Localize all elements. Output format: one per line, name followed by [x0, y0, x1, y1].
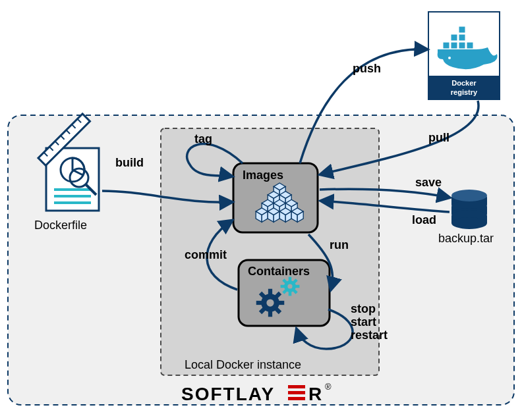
svg-point-42	[448, 57, 451, 59]
svg-point-26	[266, 299, 274, 306]
svg-rect-29	[256, 301, 262, 305]
containers-title: Containers	[248, 265, 310, 278]
svg-rect-37	[459, 42, 465, 49]
docker-registry-label-1: Docker	[451, 79, 477, 87]
docker-workflow-diagram: Local Docker instance Dockerfile Images	[0, 0, 522, 420]
save-label: save	[415, 176, 442, 189]
svg-rect-38	[467, 42, 473, 49]
registered-mark: ®	[325, 382, 332, 392]
images-title: Images	[243, 169, 283, 182]
svg-rect-56	[288, 397, 305, 400]
svg-rect-41	[459, 26, 465, 33]
svg-rect-35	[443, 42, 450, 49]
local-docker-instance-label: Local Docker instance	[185, 358, 301, 371]
svg-text:SOFTLAY: SOFTLAY	[181, 384, 275, 404]
svg-rect-36	[451, 42, 457, 49]
svg-text:R: R	[308, 384, 323, 404]
load-label: load	[412, 213, 436, 226]
pull-label: pull	[428, 131, 450, 144]
commit-label: commit	[185, 248, 227, 261]
svg-point-51	[451, 217, 487, 229]
svg-point-16	[287, 284, 292, 288]
svg-rect-28	[268, 311, 272, 317]
stop-label: stop	[351, 302, 376, 315]
softlayer-brand: SOFTLAY R ®	[181, 382, 332, 404]
svg-rect-17	[289, 277, 292, 281]
svg-rect-39	[451, 34, 457, 41]
svg-point-52	[451, 190, 487, 201]
svg-rect-40	[459, 34, 465, 41]
svg-rect-55	[288, 391, 305, 394]
restart-label: restart	[351, 328, 388, 342]
push-label: push	[353, 62, 381, 75]
tag-label: tag	[194, 132, 212, 145]
svg-rect-19	[281, 285, 285, 288]
backup-tar-icon	[451, 190, 487, 229]
start-label: start	[351, 315, 376, 328]
svg-rect-30	[279, 301, 285, 305]
svg-rect-20	[295, 285, 299, 288]
run-label: run	[330, 238, 349, 251]
docker-registry-label-2: registry	[451, 88, 478, 96]
svg-rect-18	[289, 292, 292, 296]
svg-rect-54	[288, 385, 305, 388]
backup-tar-label: backup.tar	[438, 232, 494, 245]
svg-rect-27	[268, 289, 272, 295]
dockerfile-label: Dockerfile	[34, 219, 87, 232]
build-label: build	[115, 156, 144, 169]
